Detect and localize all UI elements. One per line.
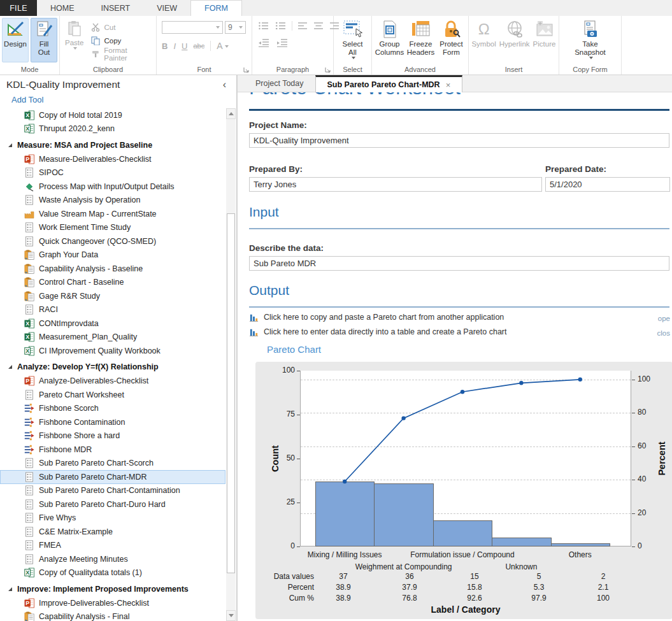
clip-icon <box>24 264 34 274</box>
scroll-up-icon <box>229 112 234 115</box>
bullet-list-icon[interactable] <box>259 22 269 30</box>
tree-item[interactable]: Sub Pareto Pareto Chart-Contamination <box>0 484 225 498</box>
tab-view[interactable]: VIEW <box>143 0 190 16</box>
tree-section[interactable]: Measure: MSA and Project Baseline <box>0 138 225 152</box>
tree-item[interactable]: Gage R&R Study <box>0 289 225 303</box>
cut-icon <box>91 23 100 32</box>
tree-item[interactable]: Graph Your Data <box>0 248 225 262</box>
tree-item[interactable]: Capability Analysis - Final <box>0 610 225 621</box>
tree-item[interactable]: XThruput 2020.2_kenn <box>0 122 225 136</box>
scrollbar-thumb[interactable] <box>227 213 235 573</box>
diamond-icon <box>24 182 34 192</box>
tree-item[interactable]: PImprove-Deliverables-Checklist <box>0 596 225 610</box>
numbered-list-icon[interactable] <box>276 22 286 30</box>
tab-sub-pareto-mdr[interactable]: Sub Pareto Pareto Chart-MDR × <box>315 75 463 92</box>
tab-form[interactable]: FORM <box>190 0 242 16</box>
design-button[interactable]: Design <box>2 18 29 62</box>
prepared-by-input[interactable] <box>249 177 542 192</box>
group-columns-button[interactable]: Group Columns <box>375 18 405 62</box>
tab-file[interactable]: FILE <box>0 0 37 16</box>
project-name-input[interactable] <box>249 133 669 148</box>
tree-item-selected[interactable]: Sub Pareto Pareto Chart-MDR <box>0 470 225 484</box>
prepared-date-input[interactable] <box>545 177 670 192</box>
bold-button[interactable]: B <box>162 41 168 51</box>
percent-tick-label: 80 <box>638 408 646 417</box>
tree-item[interactable]: C&E Matrix-Example <box>0 525 225 539</box>
table-value: 97.9 <box>520 594 558 603</box>
tree-item[interactable]: XCopy of Hold total 2019 <box>0 108 225 122</box>
sidebar-scrollbar[interactable] <box>226 108 236 621</box>
align-left-icon[interactable] <box>298 22 307 30</box>
font-name-combo[interactable] <box>162 21 223 34</box>
tree-item[interactable]: PMeasure-Deliverables-Checklist <box>0 152 225 166</box>
paragraph-dialog-launcher-icon[interactable] <box>325 67 331 73</box>
freeze-headers-button[interactable]: Freeze Headers <box>405 18 437 62</box>
tree-item[interactable]: Capability Analysis - Baseline <box>0 262 225 276</box>
tree-item[interactable]: Fishbone Scorch <box>0 402 225 416</box>
tree-item[interactable]: Analyze Meeting Minutes <box>0 552 225 566</box>
tree-item[interactable]: PAnalyze-Deliverables-Checklist <box>0 375 225 389</box>
symbol-button[interactable]: Ω Symbol <box>470 18 498 62</box>
tree-item[interactable]: Control Chart - Baseline <box>0 276 225 290</box>
group-insert: Ω Symbol Hyperlink <box>469 16 559 75</box>
tree-item[interactable]: Five Whys <box>0 511 225 525</box>
tab-home[interactable]: HOME <box>37 0 88 16</box>
tree-item[interactable]: XCI IMprovement Quality Workbook <box>0 344 225 358</box>
tree-item[interactable]: Work Element Time Study <box>0 221 225 235</box>
form-icon <box>24 540 34 550</box>
picture-button[interactable]: Picture <box>531 18 558 62</box>
decrease-indent-icon[interactable] <box>259 39 269 47</box>
take-snapshot-button[interactable]: Take Snapshot <box>570 18 611 62</box>
tree-item[interactable]: Waste Analysis by Operation <box>0 194 225 208</box>
protect-form-button[interactable]: Protect Form <box>437 18 466 62</box>
group-font: 9 B I U abc A Font <box>157 16 252 75</box>
tree-item[interactable]: RACI <box>0 303 225 317</box>
describe-data-input[interactable] <box>249 256 669 271</box>
tree-item[interactable]: FMEA <box>0 539 225 553</box>
close-link[interactable]: clos <box>657 329 670 337</box>
cut-button[interactable]: Cut <box>87 20 155 34</box>
font-size-combo[interactable]: 9 <box>225 21 246 34</box>
fill-out-button[interactable]: Fill Out <box>31 18 57 62</box>
tab-project-today[interactable]: Project Today <box>244 75 315 92</box>
underline-button[interactable]: U <box>182 41 187 51</box>
open-link[interactable]: ope <box>658 315 670 322</box>
svg-text:X: X <box>25 569 29 576</box>
increase-indent-icon[interactable] <box>277 39 288 47</box>
scroll-up-button[interactable] <box>226 108 236 119</box>
tab-insert[interactable]: INSERT <box>88 0 144 16</box>
paste-button[interactable]: Paste <box>62 18 87 62</box>
align-center-icon[interactable] <box>314 22 323 30</box>
tree-item[interactable]: Process Map with Input/Output Details <box>0 180 225 194</box>
select-all-button[interactable]: Select All <box>336 18 369 62</box>
tree-section[interactable]: Improve: Implement Proposed Improvements <box>0 582 225 596</box>
tree-item[interactable]: Quick Changeover (QCO-SMED) <box>0 234 225 248</box>
tree-item[interactable]: Value Stream Map - CurrentState <box>0 207 225 221</box>
strikethrough-button[interactable]: abc <box>193 42 204 50</box>
tree-item[interactable]: Sub Pareto Pareto Chart-Scorch <box>0 457 225 471</box>
tree-item[interactable]: Sub Pareto Pareto Chart-Duro Hard <box>0 497 225 511</box>
collapse-sidebar-icon[interactable]: ‹ <box>219 80 230 90</box>
font-dialog-launcher-icon[interactable] <box>243 67 250 73</box>
enter-data-link[interactable]: Click here to enter data directly into a… <box>249 327 506 337</box>
tree-item[interactable]: Fishbone Contamination <box>0 415 225 429</box>
tree-item[interactable]: Fishbone Shore a hard <box>0 429 225 443</box>
cumulative-line <box>300 371 631 546</box>
font-color-button[interactable]: A <box>217 41 228 51</box>
add-tool-link[interactable]: Add Tool <box>11 95 43 104</box>
tree-item[interactable]: Fishbone MDR <box>0 443 225 457</box>
ribbon-tab-row: FILE HOME INSERT VIEW FORM <box>0 0 672 16</box>
tree-item[interactable]: XCONtImprovdata <box>0 317 225 331</box>
tree-item[interactable]: SIPOC <box>0 166 225 180</box>
hyperlink-button[interactable]: Hyperlink <box>498 18 531 62</box>
close-tab-icon[interactable]: × <box>446 80 451 90</box>
tree-item[interactable]: XMeasurement_Plan_Quality <box>0 331 225 345</box>
tree-section[interactable]: Analyze: Develop Y=f(X) Relationship <box>0 360 225 375</box>
copy-button[interactable]: Copy <box>87 34 155 47</box>
format-painter-button[interactable]: Format Painter <box>87 47 155 61</box>
tree-item[interactable]: XCopy of Qualitydata totals (1) <box>0 566 225 580</box>
scroll-down-button[interactable] <box>226 610 236 621</box>
tree-item[interactable]: Pareto Chart Worksheet <box>0 388 225 402</box>
italic-button[interactable]: I <box>173 41 176 51</box>
copy-paste-pareto-link[interactable]: Click here to copy and paste a Pareto ch… <box>249 312 504 322</box>
